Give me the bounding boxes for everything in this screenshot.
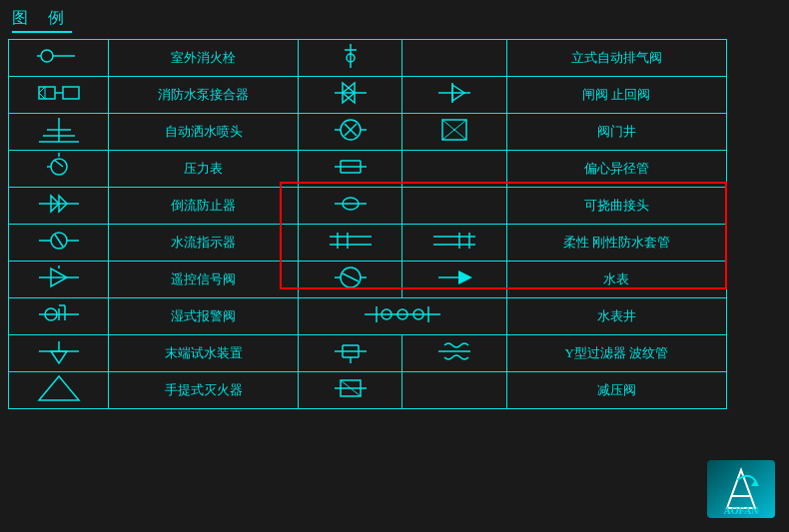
icon-cell <box>299 114 402 151</box>
remote-valve-icon <box>37 264 81 291</box>
pressure-gauge-icon <box>37 153 81 181</box>
svg-line-47 <box>55 235 63 247</box>
table-row: 末端试水装置 <box>9 335 727 372</box>
svg-point-30 <box>51 159 67 175</box>
icon-cell <box>299 262 402 298</box>
label-cell: 遥控信号阀 <box>109 262 299 298</box>
svg-marker-64 <box>458 270 472 284</box>
water-meter-well-icon <box>363 300 442 328</box>
label-cell: 倒流防止器 <box>109 188 299 225</box>
table-row: 压力表 偏心异径管 <box>9 151 727 188</box>
label-cell: 水流指示器 <box>109 225 299 262</box>
icon-cell <box>9 151 109 188</box>
portable-extinguisher-icon <box>37 374 81 402</box>
icon-cell <box>299 372 402 409</box>
label-cell: 立式自动排气阀 <box>506 40 726 77</box>
label-cell: 柔性 刚性防水套管 <box>506 225 726 262</box>
table-row: 自动洒水喷头 <box>9 114 727 151</box>
icon-cell <box>299 151 402 188</box>
icon-cell <box>402 225 506 262</box>
icon-cell <box>402 262 506 298</box>
label-cell: 偏心异径管 <box>506 151 726 188</box>
logo-area: AOFAN <box>707 460 777 520</box>
icon-cell <box>9 262 109 298</box>
table-row: 水流指示器 <box>9 225 727 262</box>
icon-cell <box>9 114 109 151</box>
label-cell: 压力表 <box>109 151 299 188</box>
label-cell: 末端试水装置 <box>109 335 299 372</box>
svg-rect-8 <box>63 87 79 99</box>
icon-cell <box>402 372 506 409</box>
icon-cell <box>9 188 109 225</box>
svg-line-10 <box>39 87 45 93</box>
icon-cell <box>9 225 109 262</box>
icon-cell <box>299 77 402 114</box>
wet-alarm-valve-icon <box>37 300 81 328</box>
icon-cell <box>402 151 506 188</box>
svg-rect-6 <box>39 87 55 99</box>
icon-cell <box>299 40 402 77</box>
valve-well-box-icon <box>436 116 472 144</box>
label-cell: 自动洒水喷头 <box>109 114 299 151</box>
svg-line-11 <box>39 93 45 99</box>
legend-table: 室外消火栓 立式自动排气阀 <box>8 39 727 409</box>
flexible-joint-icon <box>333 190 369 218</box>
gate-valve-icon <box>333 79 369 107</box>
pressure-reducer-icon <box>333 374 369 402</box>
check-valve-icon <box>436 79 472 107</box>
label-cell: 手提式灭火器 <box>109 372 299 409</box>
label-cell: 可挠曲接头 <box>506 188 726 225</box>
flexible-sleeve-icon <box>328 227 374 255</box>
logo-text: AOFAN <box>707 505 775 516</box>
table-row: 消防水泵接合器 <box>9 77 727 114</box>
svg-marker-86 <box>39 376 79 400</box>
label-cell: 室外消火栓 <box>109 40 299 77</box>
icon-cell <box>299 188 402 225</box>
icon-cell <box>402 77 506 114</box>
icon-cell <box>9 372 109 409</box>
svg-point-0 <box>41 50 53 62</box>
label-cell: 湿式报警阀 <box>109 298 299 335</box>
icon-cell <box>402 335 506 372</box>
icon-cell <box>402 40 506 77</box>
page-title: 图 例 <box>12 8 72 33</box>
label-cell: 减压阀 <box>506 372 726 409</box>
outdoor-hydrant-icon <box>37 42 81 70</box>
label-cell: 水表井 <box>506 298 726 335</box>
rigid-sleeve-icon <box>431 227 477 255</box>
icon-cell <box>402 114 506 151</box>
water-meter-symbol-icon <box>333 264 369 291</box>
label-cell: 消防水泵接合器 <box>109 77 299 114</box>
flow-arrow-icon <box>436 264 472 291</box>
icon-cell <box>9 40 109 77</box>
label-cell: Y型过滤器 波纹管 <box>506 335 726 372</box>
end-test-device-icon <box>37 337 81 365</box>
icon-cell <box>299 298 507 335</box>
icon-cell <box>9 335 109 372</box>
valve-well-circle-icon <box>333 116 369 144</box>
table-row: 手提式灭火器 减压阀 <box>9 372 727 409</box>
flow-indicator-icon <box>37 227 81 255</box>
eccentric-reducer-icon <box>333 153 369 181</box>
table-row: 室外消火栓 立式自动排气阀 <box>9 40 727 77</box>
svg-line-60 <box>343 273 359 281</box>
vent-valve-icon <box>339 42 363 70</box>
pump-adapter-icon <box>37 79 81 107</box>
icon-cell <box>299 225 402 262</box>
title-area: 图 例 <box>8 8 781 33</box>
table-row: 倒流防止器 可挠曲接头 <box>9 188 727 225</box>
svg-line-33 <box>54 160 63 167</box>
icon-cell <box>9 77 109 114</box>
icon-cell <box>402 188 506 225</box>
icon-cell <box>9 298 109 335</box>
backflow-preventer-icon <box>37 190 81 218</box>
label-cell: 闸阀 止回阀 <box>506 77 726 114</box>
main-container: 图 例 室外消火栓 <box>0 0 789 532</box>
icon-cell <box>299 335 402 372</box>
bellows-icon <box>436 337 472 365</box>
table-row: 湿式报警阀 水表井 <box>9 298 727 335</box>
label-cell: 水表 <box>506 262 726 298</box>
svg-marker-78 <box>51 351 67 363</box>
table-row: 遥控信号阀 <box>9 262 727 298</box>
label-cell: 阀门井 <box>506 114 726 151</box>
